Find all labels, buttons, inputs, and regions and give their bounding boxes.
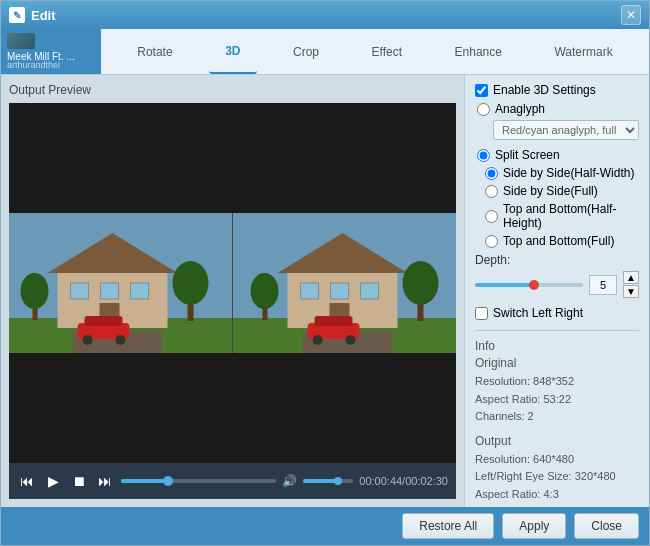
top-bottom-full-radio[interactable]: [485, 235, 498, 248]
depth-input[interactable]: [589, 275, 617, 295]
switch-left-right-label[interactable]: Switch Left Right: [493, 306, 583, 320]
volume-icon: 🔊: [282, 474, 297, 488]
anaglyph-select[interactable]: Red/cyan anaglyph, full color: [493, 120, 639, 140]
info-section: Info Original Resolution: 848*352 Aspect…: [475, 339, 639, 426]
edit-window: ✎ Edit ✕ Meek Mill Ft. ... arthurandthei…: [0, 0, 650, 546]
output-resolution: Resolution: 640*480: [475, 451, 639, 469]
stop-button[interactable]: ⏹: [69, 471, 89, 491]
depth-thumb: [529, 280, 539, 290]
controls-bar: ⏮ ▶ ⏹ ⏭ 🔊 00:00:44/00:02:30: [9, 463, 456, 499]
svg-point-20: [83, 335, 93, 345]
time-display: 00:00:44/00:02:30: [359, 475, 448, 487]
side-half-row: Side by Side(Half-Width): [483, 166, 639, 180]
volume-bar[interactable]: [303, 479, 353, 483]
top-bottom-half-label[interactable]: Top and Bottom(Half-Height): [503, 202, 639, 230]
depth-row: ▲ ▼: [475, 271, 639, 298]
svg-rect-27: [361, 283, 379, 299]
svg-rect-12: [131, 283, 149, 299]
track-info: Meek Mill Ft. ... arthurandthei: [1, 29, 101, 74]
anaglyph-row: Anaglyph: [475, 102, 639, 116]
enable-3d-row: Enable 3D Settings: [475, 83, 639, 97]
anaglyph-label[interactable]: Anaglyph: [495, 102, 545, 116]
top-bottom-half-radio[interactable]: [485, 210, 498, 223]
tab-enhance[interactable]: Enhance: [439, 29, 518, 74]
tab-3d[interactable]: 3D: [209, 29, 256, 74]
track-sub: arthurandthei: [7, 60, 95, 70]
top-bar: Meek Mill Ft. ... arthurandthei Rotate 3…: [1, 29, 649, 75]
svg-rect-11: [101, 283, 119, 299]
side-by-side-half-label[interactable]: Side by Side(Half-Width): [503, 166, 634, 180]
preview-label: Output Preview: [9, 83, 456, 97]
top-bottom-half-row: Top and Bottom(Half-Height): [483, 202, 639, 230]
skip-forward-button[interactable]: ⏭: [95, 471, 115, 491]
tab-watermark[interactable]: Watermark: [538, 29, 628, 74]
title-bar: ✎ Edit ✕: [1, 1, 649, 29]
track-thumbnail: [7, 33, 35, 49]
split-screen-radio[interactable]: [477, 149, 490, 162]
top-bottom-full-row: Top and Bottom(Full): [483, 234, 639, 248]
svg-rect-0: [9, 183, 456, 213]
progress-thumb: [163, 476, 173, 486]
anaglyph-radio[interactable]: [477, 103, 490, 116]
progress-fill: [121, 479, 168, 483]
depth-fill: [475, 283, 534, 287]
video-container: [9, 103, 456, 463]
enable-3d-label[interactable]: Enable 3D Settings: [493, 83, 596, 97]
apply-button[interactable]: Apply: [502, 513, 566, 539]
main-content: Output Preview: [1, 75, 649, 507]
close-button[interactable]: ✕: [621, 5, 641, 25]
top-bottom-full-label[interactable]: Top and Bottom(Full): [503, 234, 614, 248]
original-resolution: Resolution: 848*352: [475, 373, 639, 391]
original-aspect: Aspect Ratio: 53:22: [475, 391, 639, 409]
svg-rect-19: [85, 316, 123, 326]
volume-fill: [303, 479, 338, 483]
content-area: Meek Mill Ft. ... arthurandthei Rotate 3…: [1, 29, 649, 507]
split-screen-row: Split Screen: [475, 148, 639, 162]
depth-label-text: Depth:: [475, 253, 639, 267]
output-left-right: Left/Right Eye Size: 320*480: [475, 468, 639, 486]
svg-point-32: [251, 273, 279, 309]
preview-area: Output Preview: [1, 75, 464, 507]
divider: [475, 330, 639, 331]
tab-effect[interactable]: Effect: [356, 29, 418, 74]
anaglyph-dropdown-row: Red/cyan anaglyph, full color: [475, 120, 639, 140]
switch-left-right-row: Switch Left Right: [475, 306, 639, 320]
depth-up-button[interactable]: ▲: [623, 271, 639, 284]
svg-rect-25: [301, 283, 319, 299]
side-full-row: Side by Side(Full): [483, 184, 639, 198]
svg-point-30: [403, 261, 439, 305]
tab-crop[interactable]: Crop: [277, 29, 335, 74]
depth-down-button[interactable]: ▼: [623, 285, 639, 298]
split-screen-label[interactable]: Split Screen: [495, 148, 560, 162]
play-button[interactable]: ▶: [43, 471, 63, 491]
svg-rect-34: [315, 316, 353, 326]
side-by-side-full-radio[interactable]: [485, 185, 498, 198]
app-icon: ✎: [9, 7, 25, 23]
original-channels: Channels: 2: [475, 408, 639, 426]
enable-3d-checkbox[interactable]: [475, 84, 488, 97]
svg-point-21: [116, 335, 126, 345]
progress-bar[interactable]: [121, 479, 276, 483]
info-section-label: Info: [475, 339, 639, 353]
restore-all-button[interactable]: Restore All: [402, 513, 494, 539]
skip-back-button[interactable]: ⏮: [17, 471, 37, 491]
bottom-bar: Restore All Apply Close: [1, 507, 649, 545]
volume-thumb: [334, 477, 342, 485]
output-label: Output: [475, 434, 639, 448]
output-aspect: Aspect Ratio: 4:3: [475, 486, 639, 504]
svg-point-17: [21, 273, 49, 309]
video-preview: [9, 183, 456, 383]
switch-left-right-checkbox[interactable]: [475, 307, 488, 320]
original-label: Original: [475, 356, 639, 370]
svg-rect-26: [331, 283, 349, 299]
svg-point-35: [313, 335, 323, 345]
svg-rect-1: [9, 353, 456, 383]
nav-tabs: Rotate 3D Crop Effect Enhance Watermark: [101, 29, 649, 74]
svg-rect-10: [71, 283, 89, 299]
tab-rotate[interactable]: Rotate: [121, 29, 188, 74]
depth-slider[interactable]: [475, 283, 583, 287]
split-options: Side by Side(Half-Width) Side by Side(Fu…: [475, 166, 639, 248]
side-by-side-half-radio[interactable]: [485, 167, 498, 180]
side-by-side-full-label[interactable]: Side by Side(Full): [503, 184, 598, 198]
close-dialog-button[interactable]: Close: [574, 513, 639, 539]
